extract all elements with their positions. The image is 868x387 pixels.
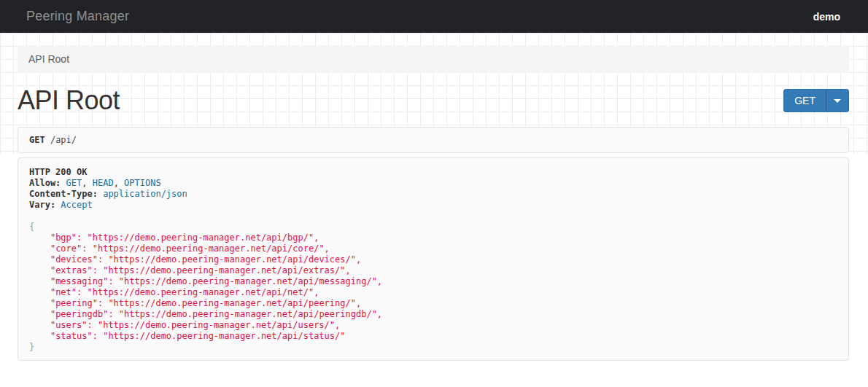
- api-endpoint-link-devices[interactable]: "https://demo.peering-manager.net/api/de…: [108, 254, 356, 265]
- response-header-value: application/json: [103, 189, 187, 199]
- json-key: "core": [50, 243, 82, 254]
- json-key: "net": [50, 287, 77, 297]
- page-title: API Root: [18, 85, 120, 116]
- json-comma: ,: [346, 265, 351, 275]
- api-endpoint-link-status[interactable]: "https://demo.peering-manager.net/api/st…: [103, 331, 345, 341]
- json-key: "peeringdb": [50, 309, 108, 319]
- request-info-panel: GET /api/: [18, 127, 849, 153]
- get-format-dropdown-button[interactable]: [826, 89, 849, 112]
- json-colon: :: [77, 232, 87, 243]
- brand-link[interactable]: Peering Manager: [26, 9, 129, 24]
- breadcrumb: API Root: [18, 45, 849, 73]
- title-row: API Root GET: [18, 85, 849, 117]
- response-status-line: HTTP 200 OK: [29, 167, 87, 177]
- json-comma: ,: [335, 320, 340, 330]
- request-path: /api/: [50, 135, 77, 145]
- json-key: "status": [50, 331, 93, 341]
- json-close-brace: }: [29, 342, 34, 352]
- json-colon: :: [98, 298, 108, 308]
- api-endpoint-link-peering[interactable]: "https://demo.peering-manager.net/api/pe…: [108, 298, 356, 308]
- json-colon: :: [108, 276, 118, 286]
- json-comma: ,: [377, 309, 382, 319]
- get-button-group: GET: [783, 89, 849, 112]
- json-comma: ,: [314, 287, 319, 297]
- response-header-name: Content-Type:: [29, 189, 98, 199]
- caret-down-icon: [834, 99, 841, 103]
- json-colon: :: [98, 254, 108, 265]
- json-comma: ,: [377, 276, 382, 286]
- json-key: "users": [50, 320, 88, 330]
- response-header-name: Vary:: [29, 200, 55, 210]
- request-method: GET: [29, 135, 45, 145]
- api-endpoint-link-peeringdb[interactable]: "https://demo.peering-manager.net/api/pe…: [119, 309, 377, 319]
- json-comma: ,: [314, 232, 319, 243]
- json-colon: :: [93, 265, 103, 275]
- response-header-value: Accept: [61, 200, 92, 210]
- main-content: API Root API Root GET GET /api/ HTTP 200…: [0, 45, 868, 361]
- response-header-value: GET: [66, 178, 82, 188]
- json-key: "peering": [50, 298, 98, 308]
- json-colon: :: [82, 243, 92, 254]
- user-menu[interactable]: demo: [813, 11, 840, 23]
- json-key: "devices": [50, 254, 98, 265]
- json-colon: :: [87, 320, 97, 330]
- response-header-value: HEAD: [93, 178, 114, 188]
- header-value-separator: ,: [82, 178, 92, 188]
- top-navbar: Peering Manager demo: [0, 0, 868, 33]
- api-endpoint-link-core[interactable]: "https://demo.peering-manager.net/api/co…: [93, 243, 325, 254]
- header-value-separator: ,: [114, 178, 124, 188]
- breadcrumb-item-api-root: API Root: [28, 53, 69, 65]
- get-button[interactable]: GET: [783, 89, 826, 112]
- json-comma: ,: [325, 243, 330, 254]
- api-endpoint-link-users[interactable]: "https://demo.peering-manager.net/api/us…: [98, 320, 335, 330]
- response-header-value: OPTIONS: [124, 178, 161, 188]
- api-endpoint-link-extras[interactable]: "https://demo.peering-manager.net/api/ex…: [103, 265, 345, 275]
- json-comma: ,: [356, 254, 361, 265]
- json-key: "bgp": [50, 232, 77, 243]
- json-key: "extras": [50, 265, 93, 275]
- json-key: "messaging": [50, 276, 108, 286]
- api-endpoint-link-messaging[interactable]: "https://demo.peering-manager.net/api/me…: [119, 276, 377, 286]
- api-endpoint-link-net[interactable]: "https://demo.peering-manager.net/api/ne…: [87, 287, 314, 297]
- json-colon: :: [77, 287, 87, 297]
- json-open-brace: {: [29, 222, 34, 232]
- json-colon: :: [108, 309, 118, 319]
- json-comma: ,: [356, 298, 361, 308]
- response-info-panel: HTTP 200 OK Allow: GET, HEAD, OPTIONS Co…: [18, 157, 849, 361]
- api-endpoint-link-bgp[interactable]: "https://demo.peering-manager.net/api/bg…: [87, 232, 314, 243]
- json-colon: :: [93, 331, 103, 341]
- response-header-name: Allow:: [29, 178, 61, 188]
